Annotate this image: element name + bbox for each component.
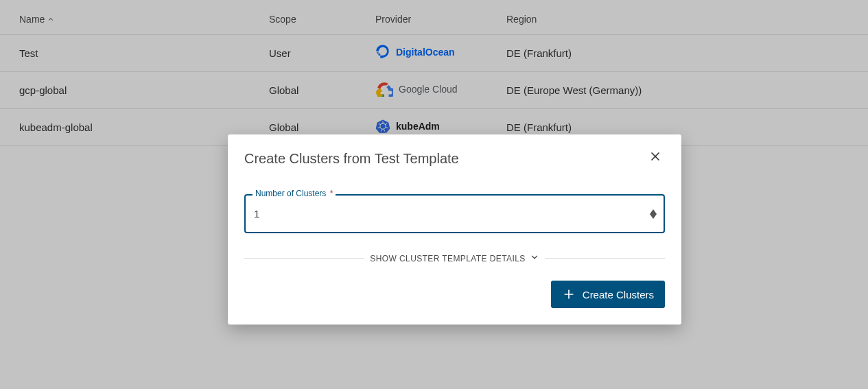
quantity-stepper: [650, 209, 657, 219]
close-button[interactable]: [646, 147, 665, 166]
create-clusters-button[interactable]: Create Clusters: [551, 281, 665, 308]
dialog-title: Create Clusters from Test Template: [244, 151, 459, 167]
stepper-up-button[interactable]: [650, 209, 657, 214]
divider: [545, 258, 665, 259]
svg-marker-15: [650, 214, 657, 219]
chevron-down-icon: [530, 252, 539, 264]
divider: [244, 258, 364, 259]
create-clusters-label: Create Clusters: [583, 289, 654, 300]
stepper-up-icon: [650, 209, 657, 214]
required-marker: *: [330, 189, 333, 198]
field-label-text: Number of Clusters: [255, 189, 326, 198]
plus-icon: [562, 287, 576, 301]
stepper-down-button[interactable]: [650, 214, 657, 219]
number-of-clusters-field: Number of Clusters *: [244, 194, 665, 233]
close-icon: [648, 150, 662, 163]
show-details-label: SHOW CLUSTER TEMPLATE DETAILS: [370, 254, 525, 263]
number-of-clusters-input[interactable]: [246, 196, 664, 232]
svg-marker-14: [650, 209, 657, 214]
stepper-down-icon: [650, 214, 657, 219]
number-of-clusters-label: Number of Clusters *: [253, 189, 336, 198]
create-clusters-dialog: Create Clusters from Test Template Numbe…: [228, 134, 681, 325]
show-details-toggle[interactable]: SHOW CLUSTER TEMPLATE DETAILS: [370, 252, 539, 264]
